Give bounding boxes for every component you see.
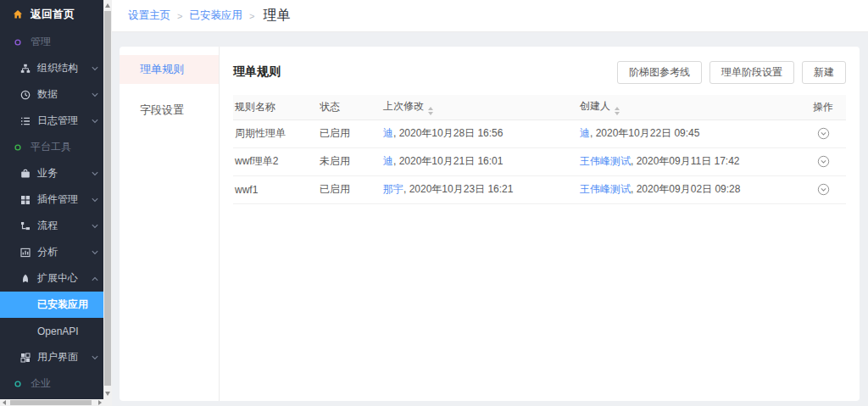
rule-name-cell: wwf1 [233, 175, 318, 203]
main-content: 设置主页 > 已安装应用 > 理单 理单规则字段设置 理单规则 阶梯图参考线 理… [112, 0, 868, 406]
scroll-right-arrow-icon[interactable] [98, 400, 102, 405]
sidebar-item-analysis[interactable]: 分析 [0, 239, 103, 265]
page-title: 理单 [263, 7, 290, 25]
caret-up-icon [615, 107, 620, 110]
chevron-down-icon [92, 92, 98, 97]
chevron-down-icon [92, 355, 98, 360]
row-actions-down-circle-icon[interactable] [817, 127, 830, 140]
column-header-label: 上次修改 [383, 100, 424, 112]
table-row: 周期性理单已启用迪, 2020年10月28日 16:56迪, 2020年10月2… [233, 120, 846, 147]
status-cell: 已启用 [318, 120, 381, 147]
sidebar-item-user-interface[interactable]: 用户界面 [0, 344, 103, 370]
sidebar-item-label: 已安装应用 [37, 298, 88, 312]
status-cell: 未启用 [318, 147, 381, 175]
column-header-label: 规则名称 [235, 101, 275, 113]
sidebar: 返回首页 管理组织结构数据日志管理平台工具业务插件管理流程分析扩展中心已安装应用… [0, 0, 103, 399]
ui-grid-icon [20, 353, 31, 363]
operation-cell [800, 147, 846, 175]
modified-date: , 2020年10月28日 16:56 [393, 127, 503, 139]
sidebar-item-org-structure[interactable]: 组织结构 [0, 55, 103, 81]
sidebar-item-label: 插件管理 [37, 192, 78, 207]
sidebar-item-label: 扩展中心 [37, 271, 78, 286]
tab-list-rules[interactable]: 理单规则 [120, 55, 219, 84]
flow-icon [20, 221, 31, 231]
sidebar-item-management[interactable]: 管理 [0, 29, 103, 55]
table-header-row: 规则名称状态上次修改创建人操作 [233, 95, 846, 120]
circle-icon [13, 379, 23, 389]
sidebar-item-business[interactable]: 业务 [0, 160, 103, 186]
horizontal-scrollbar-thumb[interactable] [10, 400, 92, 405]
extension-icon [20, 274, 31, 284]
chevron-down-icon [92, 224, 98, 229]
scroll-up-arrow-icon[interactable] [105, 3, 110, 8]
modified-by-user-link[interactable]: 那宇 [383, 183, 403, 195]
column-header-label: 操作 [813, 101, 833, 113]
org-icon [20, 64, 31, 74]
chevron-up-icon [92, 276, 98, 281]
chart-icon [20, 247, 31, 258]
sort-carets-icon[interactable] [615, 107, 620, 115]
last-modified-cell: 那宇, 2020年10月23日 16:21 [381, 175, 578, 203]
create-new-button[interactable]: 新建 [802, 61, 846, 84]
status-cell: 已启用 [318, 175, 381, 203]
sidebar-item-openapi[interactable]: OpenAPI [0, 318, 103, 344]
last-modified-cell: 迪, 2020年10月28日 16:56 [381, 120, 578, 147]
chevron-down-icon [92, 197, 98, 203]
sidebar-item-enterprise[interactable]: 企业 [0, 370, 103, 397]
home-icon [13, 9, 23, 19]
sidebar-item-plugin-management[interactable]: 插件管理 [0, 186, 103, 213]
sidebar-menu: 管理组织结构数据日志管理平台工具业务插件管理流程分析扩展中心已安装应用OpenA… [0, 29, 103, 397]
sidebar-item-back-home[interactable]: 返回首页 [0, 0, 103, 29]
column-header-last-modified[interactable]: 上次修改 [381, 95, 578, 120]
row-actions-down-circle-icon[interactable] [817, 183, 830, 196]
creator-user-link[interactable]: 王伟峰测试 [580, 155, 631, 167]
created-date: , 2020年09月11日 17:42 [631, 155, 740, 167]
column-header-operation: 操作 [800, 95, 846, 120]
tab-field-settings[interactable]: 字段设置 [120, 96, 219, 125]
modified-by-user-link[interactable]: 迪 [383, 127, 393, 139]
sidebar-item-label: 组织结构 [37, 61, 78, 75]
creator-user-link[interactable]: 王伟峰测试 [580, 183, 631, 195]
created-date: , 2020年09月02日 09:28 [631, 183, 740, 195]
sidebar-horizontal-scrollbar[interactable] [0, 399, 112, 406]
list-icon [20, 116, 31, 126]
sidebar-item-installed-apps[interactable]: 已安装应用 [0, 292, 103, 318]
creator-user-link[interactable]: 迪 [580, 127, 590, 139]
chevron-down-icon [92, 250, 98, 255]
modified-by-user-link[interactable]: 迪 [383, 155, 393, 167]
vertical-scrollbar-thumb[interactable] [104, 11, 111, 386]
breadcrumb-link-installed-apps[interactable]: 已安装应用 [189, 8, 242, 23]
list-stage-settings-button[interactable]: 理单阶段设置 [709, 61, 794, 84]
rules-table: 规则名称状态上次修改创建人操作 周期性理单已启用迪, 2020年10月28日 1… [233, 95, 846, 204]
clock-icon [20, 90, 31, 100]
modified-date: , 2020年10月21日 16:01 [393, 155, 503, 167]
sidebar-item-label: OpenAPI [37, 325, 79, 337]
sidebar-item-extension-center[interactable]: 扩展中心 [0, 265, 103, 292]
step-chart-reference-line-button[interactable]: 阶梯图参考线 [617, 61, 702, 84]
row-actions-down-circle-icon[interactable] [817, 155, 830, 168]
column-header-status: 状态 [318, 95, 381, 120]
breadcrumb-link-settings-home[interactable]: 设置主页 [128, 8, 170, 23]
operation-cell [800, 175, 846, 203]
column-header-creator[interactable]: 创建人 [578, 95, 800, 120]
sidebar-item-log-management[interactable]: 日志管理 [0, 108, 103, 134]
sort-carets-icon[interactable] [428, 107, 433, 115]
modified-date: , 2020年10月23日 16:21 [403, 183, 513, 195]
sidebar-item-label: 用户界面 [37, 350, 78, 364]
scroll-left-arrow-icon[interactable] [3, 400, 6, 405]
rules-panel: 理单规则 阶梯图参考线 理单阶段设置 新建 规则名称状态上次修改创建人操作 周期… [220, 47, 860, 401]
status-text: 未启用 [320, 155, 350, 167]
sidebar-item-label: 业务 [37, 166, 58, 181]
breadcrumb-separator: > [177, 11, 182, 21]
status-text: 已启用 [320, 127, 350, 139]
sidebar-item-data[interactable]: 数据 [0, 81, 103, 108]
operation-cell [800, 120, 846, 147]
sidebar-item-platform-tools[interactable]: 平台工具 [0, 134, 103, 160]
rule-name: wwf理单2 [235, 155, 278, 167]
chevron-down-icon [92, 66, 98, 71]
plugin-icon [20, 195, 31, 205]
sidebar-vertical-scrollbar[interactable] [103, 0, 112, 399]
creator-cell: 迪, 2020年10月22日 09:45 [578, 120, 800, 147]
scroll-down-arrow-icon[interactable] [105, 392, 110, 396]
sidebar-item-process[interactable]: 流程 [0, 213, 103, 239]
